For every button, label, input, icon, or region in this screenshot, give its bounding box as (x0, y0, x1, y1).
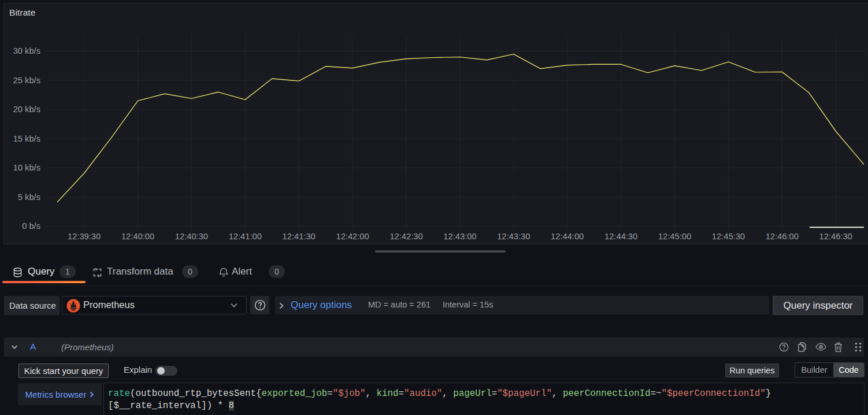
svg-text:12:44:00: 12:44:00 (551, 232, 584, 241)
svg-text:5 kb/s: 5 kb/s (18, 192, 40, 202)
svg-text:12:40:00: 12:40:00 (121, 232, 154, 241)
svg-text:12:45:30: 12:45:30 (712, 232, 745, 241)
svg-text:10 kb/s: 10 kb/s (13, 163, 40, 172)
svg-text:12:41:00: 12:41:00 (229, 232, 262, 241)
svg-text:12:41:30: 12:41:30 (283, 232, 316, 241)
svg-text:12:45:00: 12:45:00 (658, 232, 691, 241)
svg-text:12:44:30: 12:44:30 (604, 232, 637, 241)
svg-text:12:39:30: 12:39:30 (68, 232, 101, 241)
svg-text:12:42:00: 12:42:00 (336, 232, 369, 241)
svg-text:20 kb/s: 20 kb/s (13, 105, 40, 114)
svg-text:12:46:30: 12:46:30 (819, 232, 852, 241)
svg-text:0 b/s: 0 b/s (22, 221, 40, 231)
svg-text:12:42:30: 12:42:30 (390, 232, 422, 241)
svg-text:12:43:00: 12:43:00 (443, 232, 476, 241)
svg-text:12:46:00: 12:46:00 (766, 232, 799, 241)
svg-text:30 kb/s: 30 kb/s (13, 46, 40, 55)
svg-text:12:43:30: 12:43:30 (497, 232, 530, 241)
svg-text:12:40:30: 12:40:30 (175, 232, 208, 241)
svg-text:25 kb/s: 25 kb/s (13, 76, 40, 85)
svg-text:15 kb/s: 15 kb/s (13, 134, 40, 143)
